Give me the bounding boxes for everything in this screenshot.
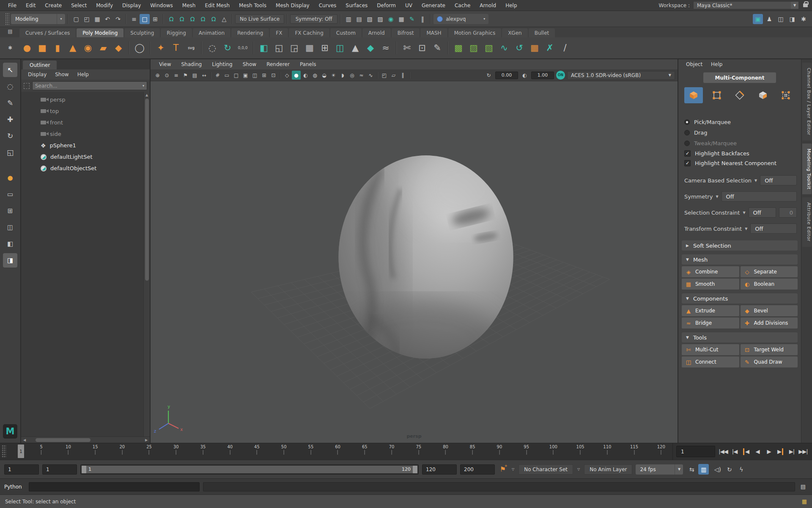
chevron-down-icon[interactable]: ▼ [716, 195, 718, 199]
viewport-toolbar-icon[interactable] [376, 71, 379, 80]
isolate-select-icon[interactable]: ◰ [380, 71, 389, 80]
combine-shelf-icon[interactable]: ◧ [256, 39, 272, 57]
shelf-gear-icon[interactable]: ✱ [4, 45, 16, 51]
mode-multi-component-button[interactable] [684, 87, 703, 103]
anim-layer-selector[interactable]: No Anim Layer [584, 464, 632, 475]
subdivide-icon[interactable]: ⊞ [317, 39, 332, 57]
animation-end-field[interactable]: 200 [460, 464, 495, 475]
uv-unfold-icon[interactable]: ▨ [466, 39, 481, 57]
connect-button[interactable]: ◫Connect [682, 356, 739, 367]
step-forward-frame-button[interactable]: ▶| [787, 446, 796, 457]
viewport-menu-item[interactable]: Panels [295, 61, 321, 67]
menu-item[interactable]: Cache [450, 3, 475, 8]
menu-item[interactable]: Display [118, 3, 145, 8]
gamma-icon[interactable]: ◐ [520, 71, 529, 80]
live-surface-field[interactable]: No Live Surface [235, 14, 284, 24]
scrollbar-thumb[interactable] [145, 99, 149, 281]
command-result-field[interactable] [203, 482, 795, 491]
field-chart-icon[interactable]: ◫ [250, 71, 259, 80]
range-end-handle[interactable] [413, 466, 417, 473]
playback-end-field[interactable]: 120 [422, 464, 457, 475]
outliner-item[interactable]: ❖ top [21, 105, 143, 117]
scroll-up-icon[interactable]: ▲ [144, 92, 150, 98]
evaluation-mode-icon[interactable]: ϟ [736, 464, 746, 475]
toolkit-menu-item[interactable]: Object [682, 61, 707, 67]
exposure-icon[interactable]: ↻ [484, 71, 493, 80]
constraint-value[interactable]: Off [760, 175, 797, 185]
viewport-menu-item[interactable]: View [154, 61, 176, 67]
snap-curve-icon[interactable]: Ω [177, 14, 187, 24]
outliner-menu-item[interactable]: Display [24, 72, 51, 77]
pause-viewport-icon[interactable]: ‖ [417, 14, 428, 24]
tools-section[interactable]: ▼ Tools [682, 332, 798, 342]
mesh-section[interactable]: ▼ Mesh [682, 254, 798, 265]
select-component-icon[interactable]: ⊞ [150, 14, 160, 24]
soft-selection-section[interactable]: ▶ Soft Selection [682, 240, 798, 251]
play-forwards-button[interactable]: ▶ [764, 446, 774, 457]
platonic-solid-icon[interactable]: ◯ [132, 39, 147, 57]
workspace-selector[interactable]: Maya Classic* ▼ [693, 1, 799, 9]
toolkit-menu-item[interactable]: Help [707, 61, 727, 67]
rotate-tool[interactable]: ↻ [3, 129, 17, 143]
go-to-end-button[interactable]: ▶▶| [798, 446, 808, 457]
mode-edge-button[interactable] [730, 87, 749, 103]
panel-side-tab[interactable]: Attribute Editor [802, 197, 812, 247]
xray-icon[interactable]: ▱ [389, 71, 398, 80]
selection-mode-button[interactable]: Multi-Component [703, 72, 776, 83]
outliner-item[interactable]: ❖ persp [21, 94, 143, 105]
gamma-field[interactable]: 1.00 [531, 72, 554, 79]
outliner-horizontal-scrollbar[interactable]: ◀ ▶ [21, 436, 150, 443]
render-current-frame-icon[interactable]: ▤ [354, 14, 364, 24]
grid-icon[interactable]: # [213, 71, 222, 80]
anti-aliasing-icon[interactable]: ∿ [366, 71, 375, 80]
svg-tool-icon[interactable]: svg [184, 39, 199, 57]
range-start-handle[interactable] [82, 466, 86, 473]
motion-blur-icon[interactable]: ≈ [357, 71, 366, 80]
safe-title-icon[interactable]: ⊡ [269, 71, 278, 80]
viewport-menu-item[interactable]: Lighting [207, 61, 238, 67]
outliner-item[interactable]: ❖ defaultObjectSet [21, 163, 143, 174]
scale-tool[interactable]: ◱ [3, 145, 17, 160]
shelf-tab[interactable]: Sculpting [124, 28, 160, 37]
2d-pan-zoom-icon[interactable]: ↔ [200, 71, 208, 80]
shelf-tab[interactable]: Motion Graphics [448, 28, 502, 37]
shelf-button[interactable] [126, 39, 132, 57]
single-pane-layout[interactable]: ▭ [3, 187, 17, 202]
outliner-vertical-scrollbar[interactable]: ▲ [143, 92, 150, 436]
bookmarks-icon[interactable]: ⚑ [181, 71, 190, 80]
safe-action-icon[interactable]: ⊞ [260, 71, 269, 80]
outliner-item[interactable]: ❖ front [21, 117, 143, 128]
shelf-tab[interactable]: Arnold [362, 28, 391, 37]
outliner-menu-item[interactable]: Help [73, 72, 93, 77]
poly-sphere-icon[interactable]: ● [19, 39, 35, 57]
cached-playback-icon[interactable]: ▥ [698, 464, 709, 475]
user-account-menu[interactable]: alexpvq ▾ [433, 14, 488, 24]
scrollbar-thumb[interactable] [36, 438, 91, 442]
shaded-icon[interactable]: ● [292, 71, 301, 80]
select-hierarchy-icon[interactable]: ≡ [129, 14, 139, 24]
shelf-tab[interactable]: Rigging [161, 28, 192, 37]
boolean-union-icon[interactable]: ◱ [272, 39, 287, 57]
paint-effects-icon[interactable]: ✎ [407, 14, 417, 24]
origin-axis-icon[interactable]: 0,0,0 [235, 39, 250, 57]
shelf-menu-icon[interactable]: ▤ [4, 28, 16, 34]
target-weld-button[interactable]: ⊡Target Weld [741, 344, 798, 355]
new-scene-icon[interactable]: ▢ [71, 14, 81, 24]
shelf-tab[interactable]: Curves / Surfaces [19, 28, 76, 37]
sidebar-channel-box-icon[interactable]: ◫ [776, 14, 786, 24]
sidebar-tool-settings-icon[interactable]: ✱ [798, 14, 809, 24]
shelf-tab[interactable]: Rendering [231, 28, 269, 37]
snap-grid-icon[interactable]: Ω [166, 14, 176, 24]
color-management-toggle[interactable]: ON [556, 71, 565, 80]
shelf-button[interactable] [199, 39, 205, 57]
paint-select-tool[interactable]: ✎ [3, 96, 17, 110]
all-lights-icon[interactable]: ☀ [329, 71, 338, 80]
menu-item[interactable]: Edit [21, 3, 40, 8]
symmetry-field[interactable]: Symmetry: Off [290, 14, 337, 24]
viewport-menu-item[interactable]: Shading [176, 61, 207, 67]
shelf-tab[interactable]: Custom [330, 28, 362, 37]
film-gate-icon[interactable]: ▭ [222, 71, 231, 80]
menu-item[interactable]: Modify [91, 3, 118, 8]
chevron-down-icon[interactable]: ▽ [511, 467, 515, 471]
save-scene-icon[interactable]: ▦ [92, 14, 102, 24]
